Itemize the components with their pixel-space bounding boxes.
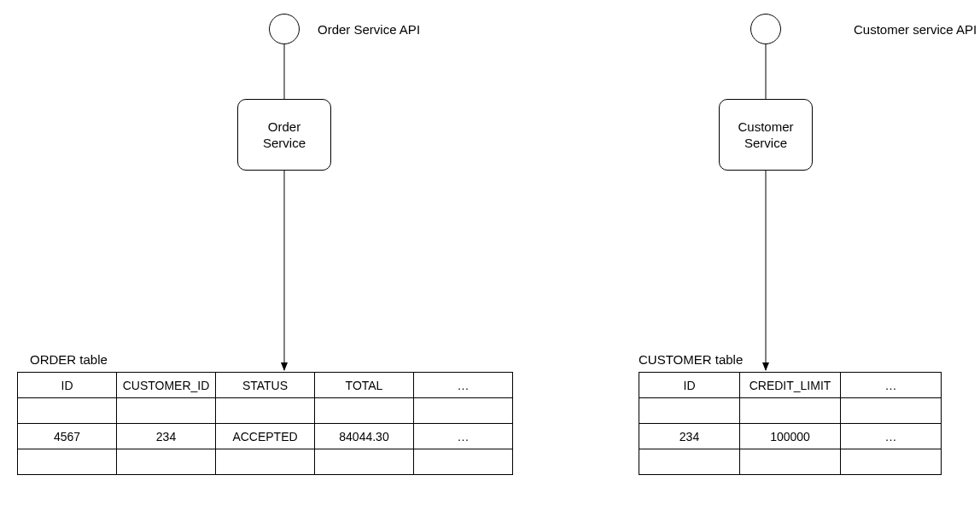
- table-row: [18, 398, 513, 424]
- order-col-id: ID: [18, 373, 117, 398]
- order-col-more: …: [414, 373, 513, 398]
- order-col-status: STATUS: [216, 373, 315, 398]
- order-table-label: ORDER table: [30, 352, 108, 367]
- customer-service-box: CustomerService: [719, 99, 813, 171]
- table-row: 4567 234 ACCEPTED 84044.30 …: [18, 424, 513, 449]
- order-col-customerid: CUSTOMER_ID: [117, 373, 216, 398]
- customer-table-label: CUSTOMER table: [639, 352, 743, 367]
- customer-api-label: Customer service API: [854, 22, 977, 37]
- customer-col-id: ID: [639, 373, 740, 398]
- order-api-circle: [269, 14, 300, 44]
- customer-col-more: …: [841, 373, 942, 398]
- table-row: 234 100000 …: [639, 424, 942, 449]
- customer-table: ID CREDIT_LIMIT … 234 100000 …: [639, 372, 942, 475]
- table-header-row: ID CUSTOMER_ID STATUS TOTAL …: [18, 373, 513, 398]
- table-header-row: ID CREDIT_LIMIT …: [639, 373, 942, 398]
- table-row: [18, 449, 513, 475]
- table-row: [639, 449, 942, 475]
- order-col-total: TOTAL: [315, 373, 414, 398]
- order-table: ID CUSTOMER_ID STATUS TOTAL … 4567 234 A…: [17, 372, 513, 475]
- order-service-label: OrderService: [263, 119, 306, 152]
- customer-col-creditlimit: CREDIT_LIMIT: [740, 373, 841, 398]
- order-api-label: Order Service API: [318, 22, 420, 37]
- customer-api-circle: [750, 14, 781, 44]
- architecture-diagram: Order Service API OrderService ORDER tab…: [0, 0, 980, 510]
- table-row: [639, 398, 942, 424]
- customer-service-label: CustomerService: [738, 119, 793, 152]
- order-service-box: OrderService: [237, 99, 331, 171]
